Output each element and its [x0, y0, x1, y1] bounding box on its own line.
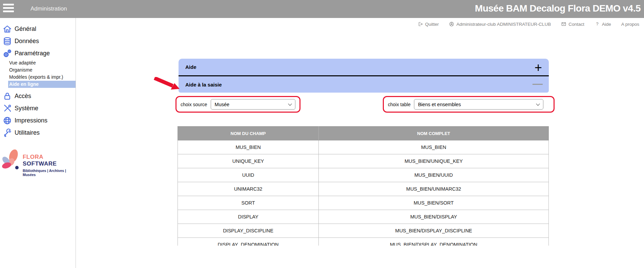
table-cell: MUS_BIEN/UUID: [319, 168, 549, 182]
hamburger-menu-icon[interactable]: [3, 4, 14, 14]
toolbar-link-quitter[interactable]: Quitter: [418, 21, 439, 27]
sidebar-item-impressions[interactable]: Impressions: [0, 114, 76, 127]
app-window: Administration Musée BAM Decalog Flora D…: [0, 0, 644, 268]
expand-plus-icon[interactable]: +: [535, 59, 542, 76]
accordion-header-aide-saisie[interactable]: Aide à la saisie —: [179, 76, 549, 93]
toolbar-link-contact[interactable]: Contact: [561, 21, 584, 27]
table-cell: DISPLAY_DISCIPLINE: [178, 224, 319, 238]
toolbar-link-administrateur-club-administrateur-club[interactable]: Administrateur-club ADMINISTRATEUR-CLUB: [449, 21, 551, 27]
sidebar-item-label: Utilitaires: [15, 129, 40, 136]
app-header: Administration Musée BAM Decalog Flora D…: [0, 0, 644, 18]
sidebar-subitem-organisme[interactable]: Organisme: [8, 66, 76, 74]
sidebar-item-label: Données: [15, 38, 39, 45]
table-row[interactable]: DISPLAYMUS_BIEN/DISPLAY: [178, 210, 549, 224]
accordion-title: Aide: [179, 64, 196, 70]
table-row[interactable]: UNIQUE_KEYMUS_BIEN/UNIQUE_KEY: [178, 154, 549, 168]
logo-brand-secondary: SOFTWARE: [23, 160, 57, 167]
choix-source-value: Musée: [215, 102, 230, 107]
sidebar-item-label: Général: [15, 25, 36, 33]
fields-table: NOM DU CHAMPNOM COMPLET MUS_BIENMUS_BIEN…: [178, 126, 549, 246]
choix-source-group: choix source Musée: [175, 96, 300, 113]
brand-title: Musée BAM Decalog Flora DEMO v4.5: [475, 3, 641, 14]
sidebar-item-g-n-ral[interactable]: Général: [0, 23, 76, 35]
table-cell: SORT: [178, 196, 319, 210]
sidebar-item-label: Paramétrage: [15, 50, 50, 57]
table-row[interactable]: MUS_BIENMUS_BIEN: [178, 140, 549, 154]
table-row[interactable]: UUIDMUS_BIEN/UUID: [178, 168, 549, 182]
table-cell: UNIQUE_KEY: [178, 154, 319, 168]
accordion-title: Aide à la saisie: [179, 82, 222, 88]
choix-source-select[interactable]: Musée: [211, 99, 295, 110]
table-row[interactable]: DISPLAY_DISCIPLINEMUS_BIEN/DISPLAY_DISCI…: [178, 224, 549, 238]
table-column-header: NOM COMPLET: [319, 127, 549, 140]
mail-icon: [561, 21, 566, 27]
table-cell: MUS_BIEN/DISPLAY_DISCIPLINE: [319, 224, 549, 238]
svg-text:?: ?: [596, 22, 598, 26]
table-cell: MUS_BIEN/UNIQUE_KEY: [319, 154, 549, 168]
sidebar-item-syst-me[interactable]: Système: [0, 102, 76, 114]
database-icon: [3, 37, 12, 46]
sidebar-item-donn-es[interactable]: Données: [0, 35, 76, 47]
tools-icon: [3, 104, 12, 113]
table-cell: MUS_BIEN: [178, 140, 319, 154]
page-title: Administration: [30, 5, 67, 12]
sidebar-subitem-aide-en-ligne[interactable]: Aide en ligne: [8, 81, 76, 88]
lock-icon: [3, 92, 12, 101]
logo-brand-primary: FLORA: [23, 154, 43, 160]
table-cell: DISPLAY: [178, 210, 319, 224]
toolbar-link-label: Contact: [568, 22, 584, 27]
collapse-minus-icon[interactable]: —: [533, 76, 543, 92]
choix-table-value: Biens et ensembles: [418, 102, 461, 107]
logout-icon: [418, 21, 423, 27]
table-cell: MUS_BIEN/DISPLAY_DENOMINATION: [319, 238, 549, 246]
sidebar-item-acc-s[interactable]: Accès: [0, 90, 76, 102]
toolbar-link-label: A propos: [621, 22, 639, 27]
toolbar-link-label: Aide: [602, 22, 611, 27]
fields-table-wrap: NOM DU CHAMPNOM COMPLET MUS_BIENMUS_BIEN…: [178, 126, 549, 246]
table-cell: MUS_BIEN/SORT: [319, 196, 549, 210]
toolbar-link-label: Administrateur-club ADMINISTRATEUR-CLUB: [456, 22, 551, 27]
choix-source-label: choix source: [181, 102, 207, 107]
table-row[interactable]: SORTMUS_BIEN/SORT: [178, 196, 549, 210]
table-cell: DISPLAY_DENOMINATION: [178, 238, 319, 246]
logo-tagline: Bibliothèques | Archives | Musées: [23, 169, 76, 177]
table-column-header: NOM DU CHAMP: [178, 127, 319, 140]
sidebar-item-param-trage[interactable]: Paramétrage: [0, 47, 76, 59]
table-cell: MUS_BIEN/DISPLAY: [319, 210, 549, 224]
sidebar-item-label: Impressions: [15, 117, 47, 124]
session-toolbar: QuitterAdministrateur-club ADMINISTRATEU…: [418, 21, 639, 27]
help-accordion: Aide + Aide à la saisie —: [179, 59, 549, 93]
sidebar-nav: GénéralDonnéesParamétrageVue adaptéeOrga…: [0, 23, 76, 139]
toolbar-link-a-propos[interactable]: A propos: [621, 22, 639, 27]
choix-table-group: choix table Biens et ensembles: [383, 96, 555, 113]
toolbar-link-aide[interactable]: ?Aide: [595, 21, 611, 27]
table-row[interactable]: UNIMARC32MUS_BIEN/UNIMARC32: [178, 182, 549, 196]
choix-table-select[interactable]: Biens et ensembles: [414, 99, 543, 110]
chevron-down-icon: [288, 102, 292, 106]
accordion-header-aide[interactable]: Aide +: [179, 59, 549, 76]
annotation-arrow-icon: [154, 77, 180, 91]
flora-logo-icon: [1, 147, 21, 174]
sidebar-subnav: Vue adaptéeOrganismeModèles (exports & i…: [0, 59, 76, 88]
toolbar-link-label: Quitter: [425, 22, 439, 27]
sidebar-subitem-vue-adapt-e[interactable]: Vue adaptée: [8, 59, 76, 66]
gears-icon: [3, 49, 12, 58]
sidebar-item-label: Système: [15, 105, 38, 112]
flora-logo: FLORA SOFTWARE Bibliothèques | Archives …: [0, 144, 76, 177]
choix-table-label: choix table: [388, 102, 411, 107]
table-cell: MUS_BIEN: [319, 140, 549, 154]
sidebar: GénéralDonnéesParamétrageVue adaptéeOrga…: [0, 18, 76, 268]
table-cell: UUID: [178, 168, 319, 182]
flora-logo-text: FLORA SOFTWARE Bibliothèques | Archives …: [23, 154, 76, 177]
sidebar-subitem-mod-les-exports-impr[interactable]: Modèles (exports & impr.): [8, 74, 76, 81]
main-content: QuitterAdministrateur-club ADMINISTRATEU…: [76, 18, 644, 268]
globe-icon: [3, 116, 12, 125]
table-cell: UNIMARC32: [178, 182, 319, 196]
table-cell: MUS_BIEN/UNIMARC32: [319, 182, 549, 196]
chevron-down-icon: [536, 102, 540, 106]
sidebar-item-utilitaires[interactable]: Utilitaires: [0, 127, 76, 139]
sidebar-item-label: Accès: [15, 93, 31, 100]
table-row[interactable]: DISPLAY_DENOMINATIONMUS_BIEN/DISPLAY_DEN…: [178, 238, 549, 246]
home-icon: [3, 24, 12, 34]
user-icon: [449, 21, 454, 27]
